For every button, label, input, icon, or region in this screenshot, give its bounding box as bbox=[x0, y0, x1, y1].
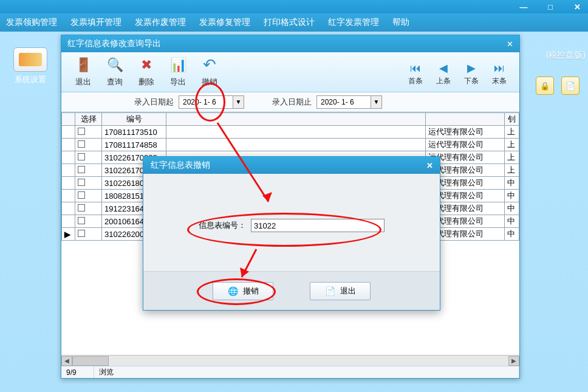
os-titlebar: — □ ✕ bbox=[0, 0, 588, 13]
nav-next-button[interactable]: ▶ 下条 bbox=[457, 56, 485, 89]
col-company bbox=[426, 113, 505, 126]
checkbox-icon[interactable] bbox=[78, 166, 85, 173]
col-indicator bbox=[62, 113, 75, 126]
prev-icon: ◀ bbox=[439, 61, 448, 75]
nav-last-button[interactable]: ⏭ 末条 bbox=[485, 56, 513, 89]
red-info-close-button[interactable]: ✕ bbox=[504, 38, 516, 50]
toolbar-export-button[interactable]: 📊 导出 bbox=[162, 55, 194, 90]
main-menubar: 发票领购管理 发票填开管理 发票作废管理 发票修复管理 打印格式设计 红字发票管… bbox=[0, 13, 588, 32]
dialog-exit-label: 退出 bbox=[340, 286, 356, 297]
os-maximize-button[interactable]: □ bbox=[542, 1, 559, 12]
row-company: 运代理有限公司 bbox=[426, 126, 505, 139]
row-select[interactable] bbox=[75, 126, 102, 139]
table-row[interactable]: 170811174858运代理有限公司上 bbox=[62, 139, 519, 151]
dialog-revoke-label: 撤销 bbox=[243, 286, 259, 297]
info-no-input[interactable] bbox=[251, 219, 385, 232]
menu-receipt-void[interactable]: 发票作废管理 bbox=[135, 17, 186, 28]
checkbox-icon[interactable] bbox=[78, 230, 85, 237]
checkbox-icon[interactable] bbox=[78, 217, 85, 224]
filter-bar: 录入日期起 ▼ 录入日期止 ▼ bbox=[61, 92, 519, 112]
toolbar: 🚪 退出 🔍 查询 ✖ 删除 📊 导出 ↶ 撤销 ⏮ 首条 bbox=[61, 52, 519, 92]
nav-prev-button[interactable]: ◀ 上条 bbox=[429, 56, 457, 89]
col-select: 选择 bbox=[75, 113, 102, 126]
row-mark: 上 bbox=[505, 151, 519, 164]
row-indicator: ▶ bbox=[62, 228, 75, 241]
scroll-left[interactable]: ◀ bbox=[61, 356, 72, 366]
checkbox-icon[interactable] bbox=[78, 140, 85, 148]
row-mark: 中 bbox=[505, 177, 519, 190]
toolbar-revoke-label: 撤销 bbox=[202, 77, 217, 88]
checkbox-icon[interactable] bbox=[78, 191, 85, 199]
toolbar-query-label: 查询 bbox=[107, 77, 123, 88]
menu-print-design[interactable]: 打印格式设计 bbox=[264, 17, 315, 28]
row-gap bbox=[166, 139, 426, 151]
checkbox-icon[interactable] bbox=[78, 204, 85, 211]
date-from-label: 录入日期起 bbox=[134, 97, 174, 108]
toolbar-exit-label: 退出 bbox=[75, 77, 91, 88]
revoke-dialog-title: 红字信息表撤销 bbox=[151, 160, 423, 171]
row-mark: 中 bbox=[505, 190, 519, 202]
menu-receipt-purchase[interactable]: 发票领购管理 bbox=[6, 17, 57, 28]
menu-receipt-repair[interactable]: 发票修复管理 bbox=[199, 17, 250, 28]
date-from-combo[interactable]: ▼ bbox=[179, 95, 244, 109]
toolbar-delete-button[interactable]: ✖ 删除 bbox=[131, 55, 162, 90]
status-position: 9/9 bbox=[61, 366, 94, 378]
row-select[interactable] bbox=[75, 164, 102, 177]
side-tool-2[interactable]: 📄 bbox=[561, 77, 579, 95]
dialog-exit-button[interactable]: 📄 退出 bbox=[310, 282, 371, 300]
table-row[interactable]: 170811173510运代理有限公司上 bbox=[62, 126, 519, 139]
scroll-thumb[interactable] bbox=[72, 356, 109, 366]
checkbox-icon[interactable] bbox=[78, 128, 85, 135]
toolbar-export-label: 导出 bbox=[170, 77, 186, 88]
date-to-input[interactable] bbox=[317, 96, 371, 108]
row-select[interactable] bbox=[75, 228, 102, 241]
row-indicator bbox=[62, 164, 75, 177]
row-select[interactable] bbox=[75, 202, 102, 215]
dialog-revoke-button[interactable]: 🌐 撤销 bbox=[213, 282, 273, 300]
undo-icon: ↶ bbox=[199, 55, 220, 75]
row-select[interactable] bbox=[75, 190, 102, 202]
checkbox-icon[interactable] bbox=[78, 179, 85, 186]
os-minimize-button[interactable]: — bbox=[515, 1, 532, 12]
os-close-button[interactable]: ✕ bbox=[569, 1, 586, 12]
info-no-label: 信息表编号： bbox=[199, 220, 246, 231]
nav-next-label: 下条 bbox=[464, 76, 479, 86]
system-settings-tile[interactable]: 系统设置 bbox=[9, 47, 52, 85]
status-mode: 浏览 bbox=[94, 366, 519, 378]
scroll-track[interactable] bbox=[72, 356, 508, 366]
checkbox-icon[interactable] bbox=[78, 153, 85, 160]
date-to-combo[interactable]: ▼ bbox=[316, 95, 382, 109]
revoke-dialog: 红字信息表撤销 ✕ 信息表编号： 🌐 撤销 📄 退出 bbox=[143, 156, 440, 311]
row-select[interactable] bbox=[75, 177, 102, 190]
next-icon: ▶ bbox=[467, 61, 476, 75]
revoke-dialog-close-button[interactable]: ✕ bbox=[423, 159, 436, 171]
last-icon: ⏭ bbox=[494, 62, 505, 75]
date-from-dropdown[interactable]: ▼ bbox=[233, 96, 244, 108]
row-select[interactable] bbox=[75, 139, 102, 151]
nav-prev-label: 上条 bbox=[436, 76, 451, 86]
row-company: 运代理有限公司 bbox=[426, 139, 505, 151]
col-mark: 钊 bbox=[505, 113, 519, 126]
row-select[interactable] bbox=[75, 151, 102, 164]
nav-first-button[interactable]: ⏮ 首条 bbox=[402, 56, 429, 89]
first-icon: ⏮ bbox=[410, 62, 421, 75]
scroll-right[interactable]: ▶ bbox=[508, 356, 519, 366]
menu-red-invoice[interactable]: 红字发票管理 bbox=[328, 17, 379, 28]
date-to-dropdown[interactable]: ▼ bbox=[371, 96, 381, 108]
row-select[interactable] bbox=[75, 215, 102, 228]
menu-receipt-fill[interactable]: 发票填开管理 bbox=[70, 17, 121, 28]
toolbar-revoke-button[interactable]: ↶ 撤销 bbox=[194, 55, 225, 90]
row-indicator bbox=[62, 215, 75, 228]
row-mark: 中 bbox=[505, 215, 519, 228]
red-info-title: 红字信息表修改查询导出 bbox=[67, 38, 504, 49]
horizontal-scrollbar[interactable]: ◀ ▶ bbox=[61, 355, 519, 366]
row-number: 170811174858 bbox=[102, 139, 166, 151]
toolbar-exit-button[interactable]: 🚪 退出 bbox=[67, 55, 99, 90]
toolbar-query-button[interactable]: 🔍 查询 bbox=[99, 55, 131, 90]
date-from-input[interactable] bbox=[179, 96, 233, 108]
delete-icon: ✖ bbox=[136, 55, 157, 75]
side-tool-1[interactable]: 🔒 bbox=[536, 77, 554, 95]
app-body: 系统设置 (税控盘版) 🔒 📄 红字信息表修改查询导出 ✕ 🚪 退出 🔍 查询 … bbox=[0, 32, 588, 392]
menu-help[interactable]: 帮助 bbox=[392, 17, 409, 28]
settings-icon bbox=[13, 47, 47, 72]
